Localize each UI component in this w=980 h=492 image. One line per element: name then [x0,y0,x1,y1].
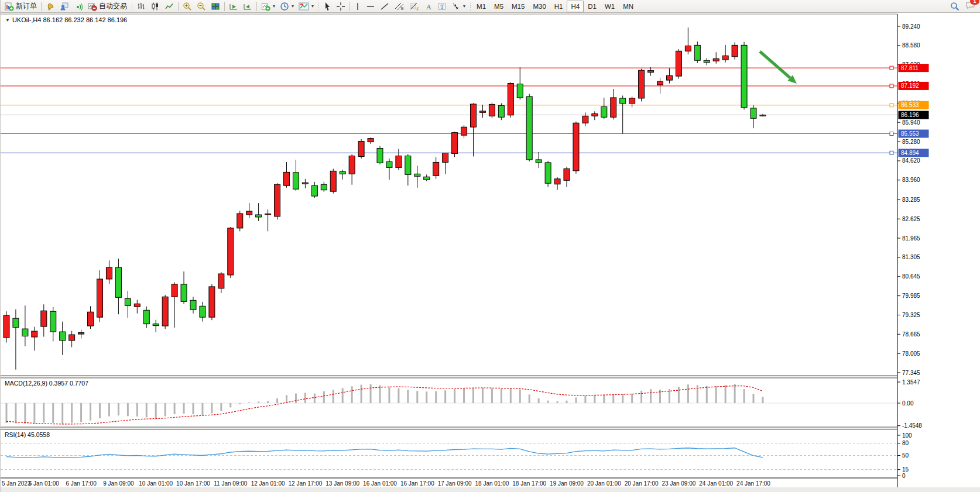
dropdown-caret-icon: ▾ [273,4,275,9]
vertical-line-icon [354,2,361,11]
candle-body [321,184,327,190]
hline-handle[interactable] [890,132,893,136]
trendline-tool-button[interactable] [378,0,392,13]
svg-text:A: A [426,2,431,11]
candle-body [751,108,756,118]
candle-body [265,214,271,215]
candle-body [564,168,570,180]
price-tick-label: 79.325 [902,312,920,318]
rsi-axis-label: 0 [902,473,906,479]
tab-m15[interactable]: M15 [508,1,529,12]
time-tick-label: 9 Jan 09:00 [103,480,134,487]
hline-handle[interactable] [890,104,893,107]
candle-body [657,81,663,85]
toolbar-grip [317,2,320,11]
candle-body [732,45,738,56]
arrows-tool-button[interactable]: ▾ [449,0,468,13]
tab-mn[interactable]: MN [619,1,638,12]
fibonacci-tool-button[interactable]: F [407,0,422,13]
hline-price-label-text: 87.192 [901,82,919,89]
trendline-icon [380,2,389,11]
candle-body [330,171,336,191]
candle-body [106,267,112,279]
text-label-tool-button[interactable]: T [435,0,449,13]
candle-body [256,215,262,217]
price-tick-label: 80.645 [902,273,920,280]
candle-body [424,177,430,180]
vertical-line-tool-button[interactable] [352,0,364,13]
candle-body [125,298,131,305]
hline-handle[interactable] [890,66,893,70]
tile-windows-icon [211,2,220,11]
crosshair-button[interactable] [334,0,348,13]
zoom-out-button[interactable] [194,0,208,13]
price-tick-label: 78.665 [902,331,920,338]
cursor-button[interactable] [321,0,334,13]
autotrading-label: 自动交易 [99,1,127,11]
candle-body [620,98,626,104]
tab-m30[interactable]: M30 [529,1,550,12]
candle-body [461,127,467,135]
chart-canvas[interactable]: 89.24088.58087.92087.26086.60085.94085.2… [1,13,980,492]
alerts-button[interactable] [43,0,57,13]
candle-body [685,46,691,51]
candle-body [115,267,121,297]
candle-body [452,133,458,154]
time-tick-label: 24 Jan 17:00 [736,480,770,487]
horizontal-line-tool-button[interactable] [364,0,378,13]
text-tool-button[interactable]: A [422,0,435,13]
price-axis[interactable]: 89.24088.58087.92087.26086.60085.94085.2… [897,13,980,492]
tile-windows-button[interactable] [208,0,222,13]
candle-body [648,71,654,73]
toolbar-separator [224,2,225,11]
candle-body [479,111,485,112]
line-chart-button[interactable] [162,0,176,13]
new-order-button[interactable]: 新订单 [2,0,39,13]
notifications-chat-button[interactable]: 1 [965,1,975,12]
price-tick-label: 89.240 [902,23,920,30]
chart-window[interactable]: 89.24088.58087.92087.26086.60085.94085.2… [1,13,980,492]
candle-body [228,228,234,275]
candle-body [676,51,681,76]
templates-button[interactable]: ▾ [296,0,316,13]
candle-body [69,335,75,340]
pane-splitter[interactable] [1,427,980,429]
chart-shift-button[interactable] [241,0,255,13]
periods-button[interactable]: ▾ [277,0,296,13]
autotrading-button[interactable]: 自动交易 [85,0,129,13]
search-icon[interactable] [950,2,960,11]
price-tick-label: 77.345 [902,370,920,376]
hline-handle[interactable] [890,151,893,154]
community-button[interactable] [57,0,71,13]
zoom-in-button[interactable] [180,0,194,13]
horizontal-line-icon [366,2,375,11]
candle-body [4,315,9,338]
zoom-in-icon [183,2,192,11]
tab-d1[interactable]: D1 [584,1,601,12]
zoom-out-icon [197,2,206,11]
tab-h1[interactable]: H1 [550,1,567,12]
candle-body [405,156,411,174]
signals-button[interactable] [71,0,85,13]
indicators-button[interactable]: ▾ [259,0,277,13]
tab-w1[interactable]: W1 [601,1,619,12]
candle-body [498,105,504,117]
channel-tool-button[interactable]: E [392,0,407,13]
time-tick-label: 16 Jan 17:00 [400,480,434,487]
chart-collapse-icon[interactable]: ▼ [5,18,10,23]
auto-scroll-button[interactable] [227,0,241,13]
candlestick-chart-button[interactable] [148,0,162,13]
pane-splitter[interactable] [1,376,980,378]
candle-body [368,139,374,142]
tab-h4[interactable]: H4 [567,1,584,12]
bar-chart-button[interactable] [134,0,148,13]
time-tick-label: 11 Jan 09:00 [214,480,248,487]
time-tick-label: 6 Jan 17:00 [66,480,97,487]
hline-handle[interactable] [890,84,893,88]
time-tick-label: 10 Jan 01:00 [139,480,173,487]
time-tick-label: 19 Jan 09:00 [550,480,584,487]
mt5-window: 新订单 [0,0,980,492]
svg-text:E: E [401,6,404,11]
tab-m1[interactable]: M1 [472,1,490,12]
tab-m5[interactable]: M5 [490,1,508,12]
